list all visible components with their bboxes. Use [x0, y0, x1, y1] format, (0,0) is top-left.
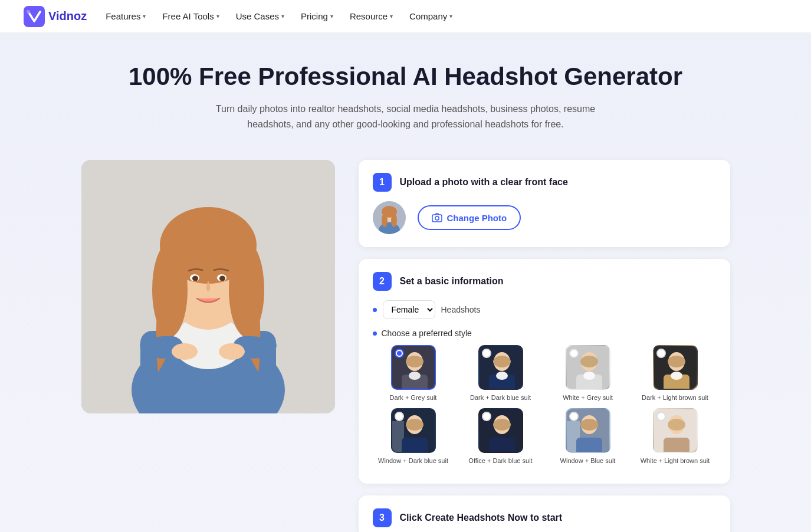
style-item-6[interactable]: Office + Dark blue suit: [460, 408, 541, 465]
svg-point-43: [671, 372, 682, 380]
navbar: Vidnoz Features ▾ Free AI Tools ▾ Use Ca…: [0, 0, 811, 33]
nav-item-free-ai-tools[interactable]: Free AI Tools ▾: [162, 11, 219, 21]
style-item-7[interactable]: Window + Blue suit: [547, 408, 629, 465]
step-3-card: 3 Click Create Headshots Now to start Cr…: [359, 495, 730, 532]
style-radio-1: [395, 349, 404, 358]
nav-item-resource[interactable]: Resource ▾: [350, 11, 393, 21]
nav-item-use-cases[interactable]: Use Cases ▾: [236, 11, 284, 21]
svg-point-12: [192, 276, 198, 281]
style-label-3: White + Grey suit: [563, 393, 613, 402]
hero-section: 100% Free Professional AI Headshot Gener…: [0, 33, 811, 532]
logo[interactable]: Vidnoz: [24, 6, 87, 27]
logo-text: Vidnoz: [48, 9, 87, 23]
chevron-icon: ▾: [330, 13, 333, 19]
content-row: 1 Upload a photo with a clear front face: [81, 160, 730, 532]
nav-links: Features ▾ Free AI Tools ▾ Use Cases ▾ P…: [106, 11, 452, 21]
nav-item-pricing[interactable]: Pricing ▾: [301, 11, 333, 21]
style-thumb-1: [391, 345, 436, 390]
nav-item-features[interactable]: Features ▾: [106, 11, 146, 21]
change-photo-label: Change Photo: [447, 213, 507, 223]
style-radio-8: [656, 412, 666, 421]
style-item-1[interactable]: Dark + Grey suit: [373, 345, 454, 402]
hero-subtitle: Turn daily photos into realtor headshots…: [205, 101, 606, 132]
svg-point-21: [382, 206, 397, 218]
photo-preview: [81, 160, 335, 413]
svg-rect-62: [664, 438, 689, 453]
style-radio-6: [482, 412, 491, 421]
style-label-4: Dark + Light brown suit: [642, 393, 708, 402]
style-grid-row2: Window + Dark blue suit: [373, 408, 716, 465]
style-thumb-2: [478, 345, 523, 390]
headshots-label: Headshots: [441, 305, 481, 314]
style-label-8: White + Light brown suit: [641, 457, 710, 465]
style-thumb-4: [653, 345, 698, 390]
svg-point-33: [496, 372, 508, 380]
style-thumb-5: [391, 408, 436, 453]
step-1-badge: 1: [373, 173, 392, 192]
style-item-8[interactable]: White + Light brown suit: [635, 408, 716, 465]
style-thumb-3: [566, 345, 610, 390]
step-2-title: Set a basic information: [400, 276, 504, 287]
style-item-2[interactable]: Dark + Dark blue suit: [460, 345, 541, 402]
svg-point-47: [406, 419, 423, 431]
hero-title: 100% Free Professional AI Headshot Gener…: [24, 63, 787, 91]
style-thumb-8: [653, 408, 698, 453]
svg-rect-48: [402, 438, 428, 453]
chevron-icon: ▾: [143, 13, 146, 19]
step-2-card: 2 Set a basic information Female Male He…: [359, 259, 730, 484]
svg-rect-58: [576, 438, 602, 453]
avatar-svg: [373, 201, 406, 234]
step-2-body: Female Male Headshots Choose a preferred…: [373, 300, 716, 465]
camera-icon: [432, 212, 442, 223]
svg-point-1: [27, 10, 30, 14]
style-item-4[interactable]: Dark + Light brown suit: [635, 345, 716, 402]
step-3-badge: 3: [373, 508, 392, 527]
svg-point-23: [435, 216, 438, 220]
style-grid-row1: Dark + Grey suit: [373, 345, 716, 402]
step-1-card: 1 Upload a photo with a clear front face: [359, 160, 730, 247]
svg-point-26: [406, 356, 423, 367]
step-3-header: 3 Click Create Headshots Now to start: [373, 508, 716, 527]
gender-select[interactable]: Female Male: [383, 300, 435, 319]
nav-item-company[interactable]: Company ▾: [409, 11, 452, 21]
step-3-title: Click Create Headshots Now to start: [400, 513, 563, 523]
chevron-icon: ▾: [449, 13, 452, 19]
svg-rect-53: [489, 438, 515, 453]
style-radio-3: [569, 349, 579, 358]
step-1-title: Upload a photo with a clear front face: [400, 177, 568, 188]
chevron-icon: ▾: [390, 13, 393, 19]
avatar-thumbnail: [373, 201, 406, 234]
right-panel: 1 Upload a photo with a clear front face: [359, 160, 730, 532]
svg-point-41: [668, 356, 685, 367]
chevron-icon: ▾: [281, 13, 284, 19]
svg-point-14: [172, 343, 198, 360]
step-2-badge: 2: [373, 272, 392, 291]
step-1-header: 1 Upload a photo with a clear front face: [373, 173, 716, 192]
style-radio-2: [482, 349, 491, 358]
style-label-5: Window + Dark blue suit: [378, 457, 448, 465]
photo-preview-inner: [81, 160, 335, 413]
style-section-label: Choose a preferred style: [373, 329, 716, 338]
svg-point-57: [580, 419, 598, 431]
style-radio-5: [395, 412, 404, 421]
change-photo-button[interactable]: Change Photo: [418, 205, 521, 230]
svg-rect-0: [24, 6, 45, 27]
style-item-5[interactable]: Window + Dark blue suit: [373, 408, 454, 465]
style-radio-4: [656, 349, 666, 358]
svg-rect-22: [432, 215, 442, 222]
svg-point-36: [580, 356, 598, 367]
step-2-header: 2 Set a basic information: [373, 272, 716, 291]
style-label-2: Dark + Dark blue suit: [470, 393, 531, 402]
style-label-6: Office + Dark blue suit: [468, 457, 532, 465]
style-radio-7: [569, 412, 579, 421]
svg-point-28: [409, 372, 421, 380]
style-label-1: Dark + Grey suit: [390, 393, 437, 402]
gender-row: Female Male Headshots: [373, 300, 716, 319]
svg-point-15: [219, 343, 245, 360]
style-item-3[interactable]: White + Grey suit: [547, 345, 629, 402]
svg-point-52: [493, 419, 511, 431]
person-illustration: [81, 160, 335, 413]
svg-point-61: [668, 419, 685, 431]
chevron-icon: ▾: [216, 13, 219, 19]
svg-point-38: [583, 372, 595, 380]
